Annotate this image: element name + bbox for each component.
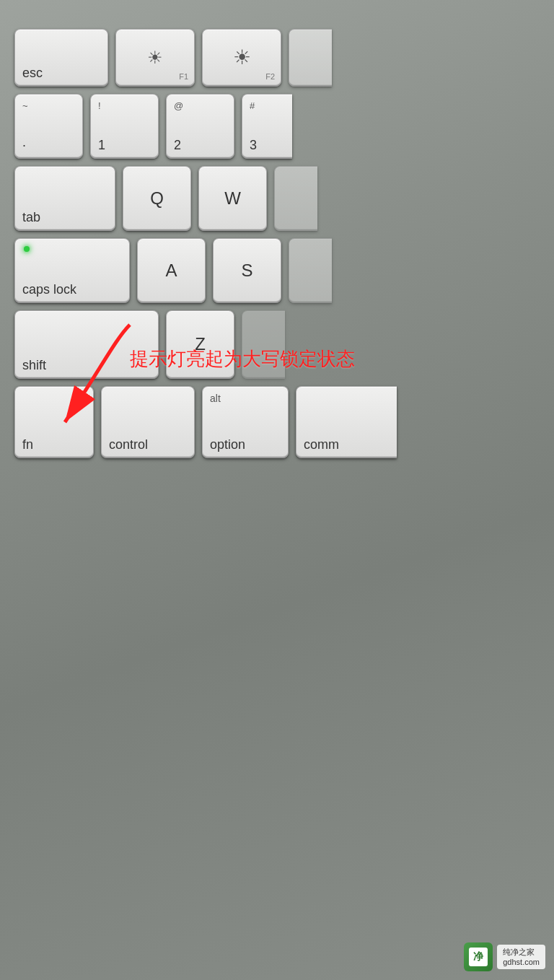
key-2[interactable]: @ 2 [166,94,234,159]
tilde-key[interactable]: ~ · [14,94,83,159]
command-key-partial: comm [296,386,397,458]
key-1[interactable]: ! 1 [90,94,159,159]
qwerty-key-row: tab Q W [0,166,554,231]
watermark: 净 纯净之家 gdhst.com [464,942,545,971]
watermark-icon-inner: 净 [469,948,488,966]
control-key[interactable]: control [101,386,195,458]
function-key-row: esc ☀ F1 ☀ F2 [0,29,554,87]
tab-key[interactable]: tab [14,166,115,231]
caps-lock-led [24,246,30,252]
x-key-partial [242,310,285,379]
brightness-down-icon: ☀ [147,48,163,68]
z-key[interactable]: Z [166,310,234,379]
caps-key-row: caps lock A S [0,238,554,303]
a-key[interactable]: A [137,238,206,303]
fn-key[interactable]: fn [14,386,94,458]
f2-key[interactable]: ☀ F2 [202,29,281,87]
caps-lock-key[interactable]: caps lock [14,238,130,303]
shift-key[interactable]: shift [14,310,159,379]
s-key[interactable]: S [213,238,281,303]
alt-option-key[interactable]: alt option [202,386,289,458]
number-key-row: ~ · ! 1 @ 2 # 3 [0,94,554,159]
watermark-icon: 净 [464,942,493,971]
q-key[interactable]: Q [123,166,191,231]
f3-key-partial [289,29,332,87]
d-key-partial [289,238,332,303]
e-key-partial [274,166,317,231]
key-3-partial: # 3 [242,94,292,159]
shift-key-row: shift Z [0,310,554,379]
f2-label: F2 [265,72,275,81]
f1-label: F1 [179,72,188,81]
keyboard-background: esc ☀ F1 ☀ F2 ~ · ! 1 @ 2 # 3 [0,0,554,980]
f1-key[interactable]: ☀ F1 [115,29,195,87]
brightness-up-icon: ☀ [233,45,251,69]
w-key[interactable]: W [198,166,267,231]
bottom-key-row: fn control alt option comm [0,386,554,458]
esc-key[interactable]: esc [14,29,108,87]
watermark-text-block: 纯净之家 gdhst.com [497,945,545,970]
